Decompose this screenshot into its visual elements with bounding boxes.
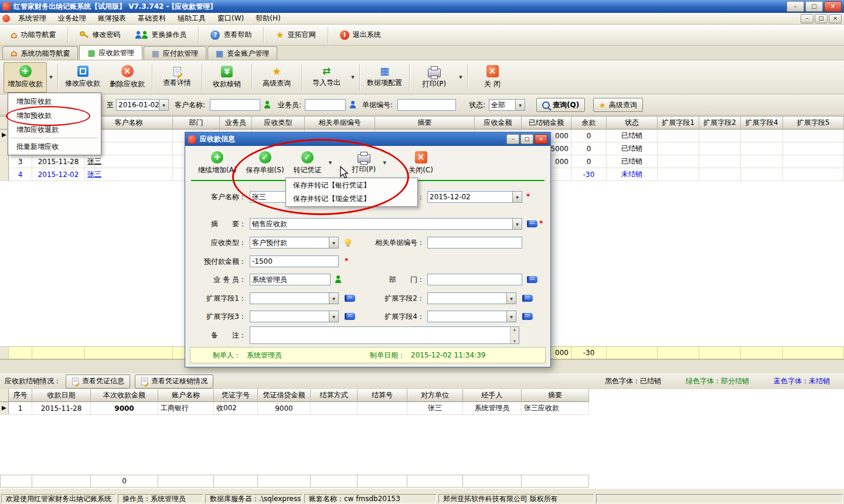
change-password-button[interactable]: 修改密码 (74, 28, 126, 42)
column-header[interactable]: 已结销金额 (522, 117, 571, 130)
column-header[interactable]: 本次收款金额 (91, 389, 158, 402)
cell-status[interactable]: 已结销 (607, 130, 658, 142)
column-header[interactable]: 账户名称 (158, 389, 214, 402)
cell-receipt-amount[interactable]: 9000 (91, 402, 158, 415)
ext4-combo[interactable]: ▼ (427, 311, 516, 322)
doc-date-combo[interactable]: 2015-12-02 ▼ (427, 191, 522, 203)
cell-ext4[interactable] (783, 142, 844, 155)
table-row[interactable]: 1 2015-11-28 9000 工商银行 收002 9000 张三 系统管理… (0, 402, 589, 415)
print-dropdown-arrow[interactable]: ▼ (457, 62, 465, 93)
column-header[interactable]: 结算方式 (311, 389, 358, 402)
column-header[interactable]: 序号 (9, 389, 32, 402)
cell-seq[interactable]: 3 (9, 155, 32, 168)
mdi-minimize-button[interactable]: – (801, 14, 814, 23)
column-header[interactable]: 扩展字段2 (699, 117, 741, 130)
department-input[interactable] (427, 274, 522, 285)
cell-ext4[interactable] (783, 168, 844, 181)
tab-nav-window[interactable]: ⌂ 系统功能导航窗 (2, 46, 78, 60)
remark-textarea[interactable]: ▲ ▼ (250, 326, 519, 344)
add-receivable-button[interactable]: + 增加应收款 (4, 62, 47, 93)
menu-item-add-receivable[interactable]: 增加应收款 (8, 94, 101, 108)
column-header[interactable]: 经手人 (463, 389, 522, 402)
cell-voucher-no[interactable]: 收002 (214, 402, 258, 415)
column-header[interactable]: 扩展字段1 (658, 117, 699, 130)
cell-status[interactable]: 未结销 (607, 168, 658, 181)
column-header[interactable]: 摘要 (375, 117, 475, 130)
cell-balance[interactable]: -30 (571, 168, 607, 181)
scroll-down-icon[interactable]: ▼ (513, 339, 516, 343)
textarea-scrollbar[interactable]: ▲ ▼ (510, 327, 519, 343)
cell-ext3[interactable] (741, 155, 783, 168)
close-module-button[interactable]: × 关 闭 (470, 62, 515, 93)
column-header[interactable]: 结算号 (358, 389, 407, 402)
change-operator-button[interactable]: 更换操作员 (130, 28, 192, 42)
chevron-down-icon[interactable]: ▼ (329, 311, 338, 322)
menu-item-add-prereceipt[interactable]: 增加预收款 (8, 108, 101, 122)
modify-receivable-button[interactable]: 修改应收款 (60, 62, 105, 93)
dialog-maximize-button[interactable]: □ (520, 134, 533, 144)
book-lookup-icon[interactable] (522, 313, 533, 320)
save-document-button[interactable]: ✓ 保存单据(S) (241, 150, 289, 176)
window-close-button[interactable]: × (824, 1, 842, 12)
column-header[interactable]: 应收类型 (252, 117, 305, 130)
menu-item[interactable]: 账簿报表 (93, 12, 131, 25)
cell-ext2[interactable] (699, 168, 741, 181)
website-button[interactable]: ★ 亚拓官网 (270, 28, 321, 42)
receipt-writeoff-button[interactable]: ¥ 收款核销 (205, 62, 249, 93)
cell-date[interactable]: 2015-12-02 (32, 168, 85, 181)
customer-name-input[interactable] (210, 99, 260, 111)
column-header[interactable]: 摘要 (522, 389, 589, 402)
menu-item-add-refund[interactable]: 增加应收退款 (8, 122, 101, 137)
column-header[interactable]: 凭证字号 (214, 389, 258, 402)
import-export-button[interactable]: ⇄ 导入导出 (304, 62, 349, 93)
add-receivable-dropdown-arrow[interactable]: ▼ (47, 62, 55, 93)
ext1-combo[interactable]: ▼ (250, 292, 339, 304)
column-header[interactable]: 收款日期 (32, 389, 91, 402)
menu-item[interactable]: 业务处理 (53, 12, 91, 25)
chevron-down-icon[interactable]: ▼ (329, 293, 338, 304)
column-header[interactable]: 部门 (173, 117, 220, 130)
cell-account-name[interactable]: 工商银行 (158, 402, 214, 415)
menu-item-save-cash-voucher[interactable]: 保存并转记【现金凭证】 (286, 192, 417, 206)
view-voucher-info-button[interactable]: 查看凭证信息 (66, 374, 130, 389)
person-icon[interactable] (350, 101, 356, 108)
cell-ext4[interactable] (783, 155, 844, 168)
menu-item[interactable]: 窗口(W) (212, 12, 249, 25)
cell-settle-no[interactable] (358, 402, 407, 415)
cell-ext1[interactable] (658, 142, 699, 155)
chevron-down-icon[interactable]: ▼ (506, 293, 516, 304)
data-config-button[interactable]: ▦ 数据项配置 (362, 62, 407, 93)
cell-counterparty[interactable]: 张三 (407, 402, 463, 415)
chevron-down-icon[interactable]: ▼ (515, 100, 525, 110)
receivable-type-combo[interactable]: 客户预付款 ▼ (250, 237, 339, 248)
summary-combo[interactable]: 销售应收款 ▼ (250, 218, 522, 230)
prepay-amount-input[interactable]: -1500 (250, 256, 339, 267)
book-lookup-icon[interactable] (527, 220, 537, 227)
chevron-down-icon[interactable]: ▼ (506, 311, 516, 322)
related-doc-input[interactable] (427, 237, 522, 248)
book-lookup-icon[interactable] (522, 295, 533, 302)
column-header[interactable]: 余款 (571, 117, 607, 130)
salesman-input[interactable]: 系统管理员 (250, 274, 331, 285)
view-voucher-status-button[interactable]: 查看凭证核销情况 (135, 374, 213, 389)
menu-item-batch-add[interactable]: 批量新增应收 (8, 139, 101, 154)
cell-balance[interactable]: 0 (571, 130, 607, 142)
column-header[interactable]: 扩展字段5 (783, 117, 844, 130)
person-icon[interactable] (335, 275, 341, 283)
dialog-close-toolbar-button[interactable]: × 关闭(C) (404, 150, 438, 176)
post-voucher-button[interactable]: ✓ 转记凭证 (289, 150, 326, 176)
cell-customer[interactable]: 张三 (85, 168, 173, 181)
cell-ext2[interactable] (699, 155, 741, 168)
import-export-dropdown-arrow[interactable]: ▼ (349, 62, 357, 93)
status-combo[interactable]: 全部 ▼ (489, 99, 525, 111)
cell-seq[interactable]: 1 (9, 402, 32, 415)
column-header[interactable]: 业务员 (220, 117, 252, 130)
cell-ext1[interactable] (658, 168, 699, 181)
menu-item[interactable]: 帮助(H) (250, 12, 285, 25)
chevron-down-icon[interactable]: ▼ (512, 192, 522, 202)
cell-receipt-date[interactable]: 2015-11-28 (32, 402, 91, 415)
column-header[interactable]: 应收金额 (475, 117, 522, 130)
person-icon[interactable] (264, 101, 270, 108)
dialog-print-dropdown-arrow[interactable]: ▼ (380, 146, 389, 180)
dialog-print-button[interactable]: 打印(P) (348, 150, 381, 176)
